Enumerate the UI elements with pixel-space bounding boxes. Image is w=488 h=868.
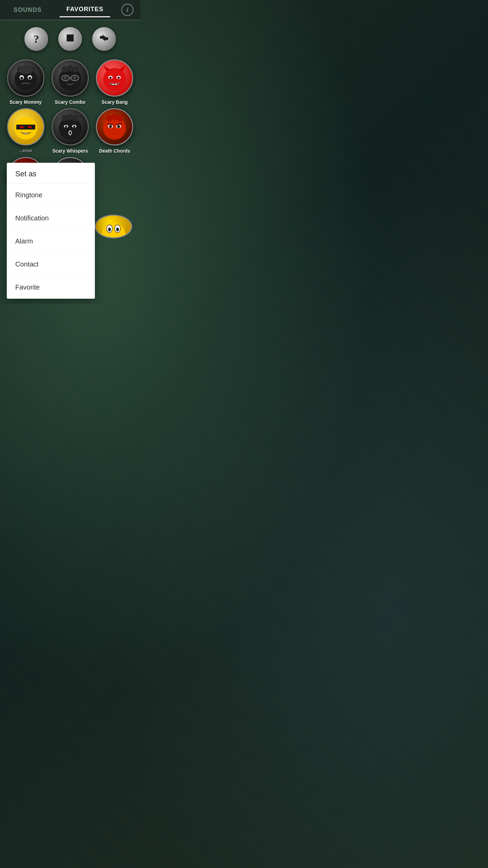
- svg-point-46: [106, 115, 113, 121]
- tab-bar: SOUNDS FAVORITES i: [0, 0, 140, 20]
- scary-combo-icon: [52, 59, 89, 97]
- death-chords-icon: [96, 108, 133, 145]
- sound-item-scary-whispers[interactable]: Scary Whispers: [49, 108, 90, 154]
- repeat-icon: [99, 33, 109, 46]
- sound-item-death-chords[interactable]: Death Chords: [94, 108, 135, 154]
- svg-point-25: [109, 77, 111, 79]
- sound-item-scary-combo[interactable]: Scary Combo: [49, 59, 90, 105]
- svg-point-2: [17, 66, 23, 73]
- svg-point-11: [67, 65, 73, 72]
- svg-point-43: [69, 131, 71, 135]
- suspension-icon: [7, 108, 44, 145]
- tab-sounds[interactable]: SOUNDS: [7, 3, 48, 17]
- svg-point-12: [72, 66, 79, 73]
- svg-point-20: [103, 68, 126, 91]
- bottom-icon-3[interactable]: [95, 215, 132, 238]
- svg-point-40: [65, 125, 67, 127]
- svg-point-7: [20, 77, 23, 79]
- repeat-button[interactable]: [92, 27, 116, 51]
- context-menu-notification[interactable]: Notification: [7, 207, 95, 230]
- scary-combo-label: Scary Combo: [55, 99, 85, 105]
- scary-bang-label: Scary Bang: [102, 99, 128, 105]
- svg-rect-0: [67, 35, 74, 41]
- info-icon: i: [126, 6, 128, 14]
- context-menu-favorite[interactable]: Favorite: [7, 276, 95, 299]
- sound-item-scary-bang[interactable]: Scary Bang: [94, 59, 135, 105]
- svg-point-8: [28, 77, 31, 79]
- help-button[interactable]: ?: [24, 27, 48, 51]
- svg-point-37: [72, 115, 79, 121]
- svg-point-87: [116, 228, 119, 231]
- svg-point-26: [118, 77, 120, 79]
- svg-point-32: [20, 126, 23, 128]
- scary-whispers-icon: [52, 108, 89, 145]
- stop-icon: [65, 33, 75, 45]
- svg-point-1: [14, 68, 37, 91]
- svg-point-48: [117, 115, 123, 121]
- sound-item-scary-mommy[interactable]: Scary Mommy: [5, 59, 46, 105]
- svg-point-35: [61, 115, 68, 121]
- svg-point-86: [108, 228, 111, 231]
- scary-mommy-label: Scary Mommy: [9, 99, 42, 105]
- svg-point-10: [61, 66, 68, 73]
- controls-row: ?: [0, 20, 140, 54]
- context-menu-header: Set as: [7, 163, 95, 184]
- tab-favorites[interactable]: FAVORITES: [60, 2, 110, 17]
- context-menu-contact[interactable]: Contact: [7, 253, 95, 276]
- svg-point-33: [28, 126, 32, 128]
- svg-point-52: [117, 125, 120, 128]
- context-menu: Set as Ringtone Notification Alarm Conta…: [7, 163, 95, 299]
- svg-point-51: [109, 125, 112, 128]
- svg-point-18: [64, 77, 66, 78]
- svg-point-19: [74, 77, 75, 78]
- scary-mommy-icon: [7, 59, 44, 97]
- help-icon: ?: [34, 33, 39, 45]
- svg-point-3: [22, 65, 29, 72]
- stop-button[interactable]: [58, 27, 82, 51]
- context-menu-alarm[interactable]: Alarm: [7, 230, 95, 253]
- svg-point-47: [111, 114, 118, 120]
- suspension-label: ...ense: [19, 148, 32, 153]
- svg-point-4: [28, 66, 34, 73]
- svg-rect-31: [16, 125, 35, 130]
- info-button[interactable]: i: [121, 4, 134, 16]
- scary-whispers-label: Scary Whispers: [52, 148, 88, 154]
- svg-point-83: [102, 223, 125, 238]
- scary-bang-icon: [96, 59, 133, 97]
- svg-point-36: [67, 114, 73, 120]
- svg-point-41: [73, 125, 75, 127]
- context-menu-ringtone[interactable]: Ringtone: [7, 184, 95, 207]
- svg-rect-44: [69, 132, 69, 134]
- death-chords-label: Death Chords: [99, 148, 130, 154]
- sound-item-suspension[interactable]: ...ense: [5, 108, 46, 154]
